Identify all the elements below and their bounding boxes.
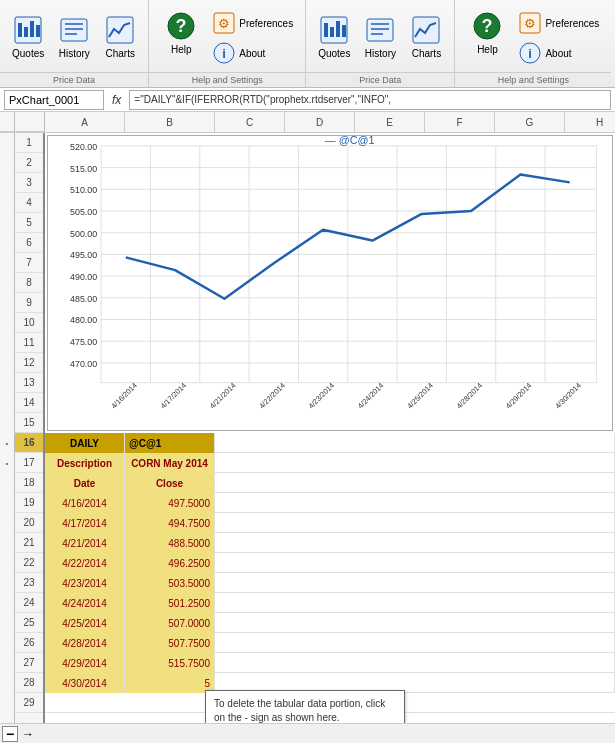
row-num-13[interactable]: 13	[15, 373, 43, 393]
row-num-5[interactable]: 5	[15, 213, 43, 233]
row-num-22[interactable]: 22	[15, 553, 43, 573]
about2-label: About	[545, 48, 571, 59]
row-num-12[interactable]: 12	[15, 353, 43, 373]
help-button[interactable]: ? Help	[157, 6, 205, 59]
row-num-29[interactable]: 29	[15, 693, 43, 713]
row-num-20[interactable]: 20	[15, 513, 43, 533]
cell-val-21[interactable]: 488.5000	[125, 533, 215, 553]
col-header-d[interactable]: D	[285, 112, 355, 132]
cell-val-20[interactable]: 494.7500	[125, 513, 215, 533]
about2-button[interactable]: i About	[515, 40, 603, 66]
row-num-17[interactable]: 17	[15, 453, 43, 473]
cell-val-26[interactable]: 507.7500	[125, 633, 215, 653]
row-num-2[interactable]: 2	[15, 153, 43, 173]
chart-svg: 520.00 515.00 510.00 505.00 500.00 495.0…	[48, 136, 612, 430]
cell-b18[interactable]: Close	[125, 473, 215, 493]
charts-button[interactable]: Charts	[98, 10, 142, 63]
svg-text:i: i	[529, 46, 533, 61]
charts-icon	[104, 14, 136, 46]
cell-date-28[interactable]: 4/30/2014	[45, 673, 125, 693]
cell-date-26[interactable]: 4/28/2014	[45, 633, 125, 653]
row-num-3[interactable]: 3	[15, 173, 43, 193]
cell-date-24[interactable]: 4/24/2014	[45, 593, 125, 613]
row-num-4[interactable]: 4	[15, 193, 43, 213]
cell-val-24[interactable]: 501.2500	[125, 593, 215, 613]
cell-val-19[interactable]: 497.5000	[125, 493, 215, 513]
cell-val-28[interactable]: 5	[125, 673, 215, 693]
col-header-a[interactable]: A	[45, 112, 125, 132]
col-header-g[interactable]: G	[495, 112, 565, 132]
indicator-r16: •	[0, 433, 14, 453]
history2-button[interactable]: History	[358, 10, 402, 63]
row-num-16[interactable]: 16	[15, 433, 43, 453]
row-num-18[interactable]: 18	[15, 473, 43, 493]
cell-date-19[interactable]: 4/16/2014	[45, 493, 125, 513]
charts2-button[interactable]: Charts	[404, 10, 448, 63]
cell-date-20[interactable]: 4/17/2014	[45, 513, 125, 533]
svg-text:4/21/2014: 4/21/2014	[208, 381, 238, 411]
history-button[interactable]: History	[52, 10, 96, 63]
svg-text:490.00: 490.00	[70, 272, 97, 282]
cell-b17[interactable]: CORN May 2014	[125, 453, 215, 473]
data-row-19: 4/16/2014 497.5000	[45, 493, 615, 513]
row-num-26[interactable]: 26	[15, 633, 43, 653]
minus-button[interactable]: −	[2, 726, 18, 742]
freeze-col-num-header	[15, 112, 45, 132]
history2-label: History	[365, 48, 396, 59]
cell-date-27[interactable]: 4/29/2014	[45, 653, 125, 673]
cell-date-21[interactable]: 4/21/2014	[45, 533, 125, 553]
cell-val-25[interactable]: 507.0000	[125, 613, 215, 633]
cell-a18[interactable]: Date	[45, 473, 125, 493]
quotes2-button[interactable]: Quotes	[312, 10, 356, 63]
about-button[interactable]: i About	[209, 40, 297, 66]
cell-val-27[interactable]: 515.7500	[125, 653, 215, 673]
row-num-15[interactable]: 15	[15, 413, 43, 433]
quotes-button[interactable]: Quotes	[6, 10, 50, 63]
cell-date-25[interactable]: 4/25/2014	[45, 613, 125, 633]
row-num-6[interactable]: 6	[15, 233, 43, 253]
row-num-27[interactable]: 27	[15, 653, 43, 673]
row-num-11[interactable]: 11	[15, 333, 43, 353]
row-num-10[interactable]: 10	[15, 313, 43, 333]
row-num-21[interactable]: 21	[15, 533, 43, 553]
cell-date-22[interactable]: 4/22/2014	[45, 553, 125, 573]
row-num-14[interactable]: 14	[15, 393, 43, 413]
row-num-8[interactable]: 8	[15, 273, 43, 293]
preferences2-button[interactable]: ⚙ Preferences	[515, 10, 603, 36]
cell-b16[interactable]: @C@1	[125, 433, 215, 453]
cell-date-23[interactable]: 4/23/2014	[45, 573, 125, 593]
about2-icon: i	[519, 42, 541, 64]
indicator-r21	[0, 533, 14, 553]
formula-input[interactable]	[129, 90, 611, 110]
name-box[interactable]	[4, 90, 104, 110]
arrow-button[interactable]: →	[20, 726, 36, 742]
row-num-23[interactable]: 23	[15, 573, 43, 593]
col-header-e[interactable]: E	[355, 112, 425, 132]
row-num-7[interactable]: 7	[15, 253, 43, 273]
cell-a17[interactable]: Description	[45, 453, 125, 473]
preferences-label: Preferences	[239, 18, 293, 29]
col-header-b[interactable]: B	[125, 112, 215, 132]
row-num-9[interactable]: 9	[15, 293, 43, 313]
indicator-r19	[0, 493, 14, 513]
row-num-25[interactable]: 25	[15, 613, 43, 633]
col-header-c[interactable]: C	[215, 112, 285, 132]
svg-rect-18	[330, 27, 334, 37]
preferences-button[interactable]: ⚙ Preferences	[209, 10, 297, 36]
row-num-28[interactable]: 28	[15, 673, 43, 693]
cell-a16[interactable]: DAILY	[45, 433, 125, 453]
row-num-24[interactable]: 24	[15, 593, 43, 613]
cell-val-22[interactable]: 496.2500	[125, 553, 215, 573]
row-num-19[interactable]: 19	[15, 493, 43, 513]
row-num-1[interactable]: 1	[15, 133, 43, 153]
about-icon: i	[213, 42, 235, 64]
data-row-27: 4/29/2014 515.7500	[45, 653, 615, 673]
history-label: History	[59, 48, 90, 59]
col-header-h[interactable]: H	[565, 112, 615, 132]
col-header-f[interactable]: F	[425, 112, 495, 132]
help2-button[interactable]: ? Help	[463, 6, 511, 59]
svg-text:470.00: 470.00	[70, 359, 97, 369]
charts2-label: Charts	[412, 48, 441, 59]
cell-val-23[interactable]: 503.5000	[125, 573, 215, 593]
svg-rect-17	[324, 23, 328, 37]
